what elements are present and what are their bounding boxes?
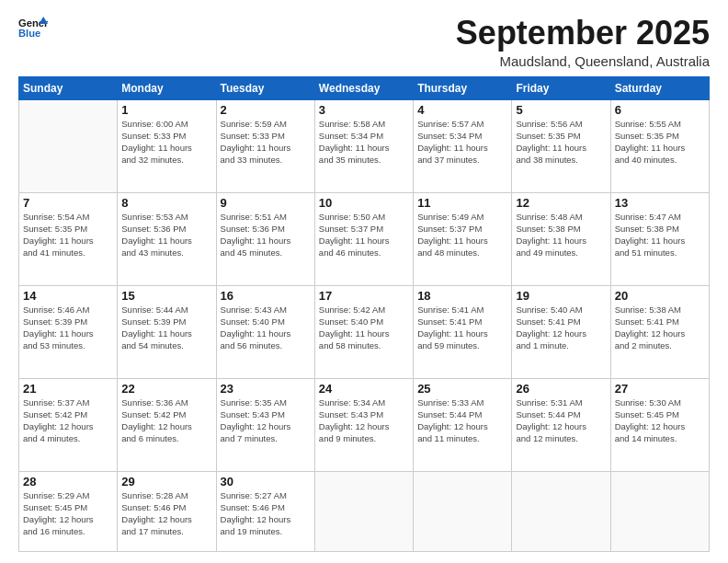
day-number: 24: [319, 382, 409, 396]
day-info: Sunrise: 5:46 AMSunset: 5:39 PMDaylight:…: [23, 304, 113, 352]
calendar-cell: 2Sunrise: 5:59 AMSunset: 5:33 PMDaylight…: [216, 99, 314, 192]
day-number: 6: [615, 103, 705, 117]
page: GeneralBlue September 2025 Maudsland, Qu…: [0, 0, 728, 563]
day-number: 10: [319, 196, 409, 210]
calendar-cell: 22Sunrise: 5:36 AMSunset: 5:42 PMDayligh…: [118, 378, 216, 471]
day-number: 4: [417, 103, 507, 117]
header: GeneralBlue September 2025 Maudsland, Qu…: [18, 15, 710, 69]
calendar-cell: 15Sunrise: 5:44 AMSunset: 5:39 PMDayligh…: [118, 285, 216, 378]
day-info: Sunrise: 5:27 AMSunset: 5:46 PMDaylight:…: [221, 489, 311, 538]
day-number: 16: [221, 289, 311, 303]
day-number: 8: [121, 196, 211, 210]
calendar-cell: 4Sunrise: 5:57 AMSunset: 5:34 PMDaylight…: [414, 99, 512, 192]
calendar-cell: 1Sunrise: 6:00 AMSunset: 5:33 PMDaylight…: [118, 99, 216, 192]
day-number: 11: [417, 196, 507, 210]
day-info: Sunrise: 5:54 AMSunset: 5:35 PMDaylight:…: [23, 211, 113, 259]
calendar-cell: 10Sunrise: 5:50 AMSunset: 5:37 PMDayligh…: [314, 192, 413, 285]
day-info: Sunrise: 5:51 AMSunset: 5:36 PMDaylight:…: [221, 211, 311, 259]
day-number: 29: [121, 475, 211, 488]
calendar-cell: 12Sunrise: 5:48 AMSunset: 5:38 PMDayligh…: [512, 192, 610, 285]
day-info: Sunrise: 6:00 AMSunset: 5:33 PMDaylight:…: [121, 118, 211, 167]
day-info: Sunrise: 5:36 AMSunset: 5:42 PMDaylight:…: [121, 396, 211, 445]
day-number: 12: [516, 196, 606, 210]
day-info: Sunrise: 5:31 AMSunset: 5:44 PMDaylight:…: [516, 396, 606, 445]
calendar-cell: 7Sunrise: 5:54 AMSunset: 5:35 PMDaylight…: [19, 192, 118, 285]
day-number: 1: [121, 103, 211, 117]
day-number: 5: [516, 103, 606, 117]
day-number: 27: [615, 382, 705, 396]
calendar-cell: [19, 99, 118, 192]
calendar-cell: 8Sunrise: 5:53 AMSunset: 5:36 PMDaylight…: [118, 192, 216, 285]
day-number: 3: [319, 103, 409, 117]
day-info: Sunrise: 5:47 AMSunset: 5:38 PMDaylight:…: [615, 211, 705, 259]
day-number: 7: [23, 196, 113, 210]
location: Maudsland, Queensland, Australia: [456, 53, 710, 69]
month-title: September 2025: [456, 15, 710, 52]
calendar-cell: 19Sunrise: 5:40 AMSunset: 5:41 PMDayligh…: [512, 285, 610, 378]
calendar-cell: 17Sunrise: 5:42 AMSunset: 5:40 PMDayligh…: [314, 285, 413, 378]
calendar-cell: 24Sunrise: 5:34 AMSunset: 5:43 PMDayligh…: [314, 378, 413, 471]
day-info: Sunrise: 5:57 AMSunset: 5:34 PMDaylight:…: [417, 118, 507, 167]
day-info: Sunrise: 5:34 AMSunset: 5:43 PMDaylight:…: [319, 396, 409, 445]
day-number: 19: [516, 289, 606, 303]
calendar-cell: 29Sunrise: 5:28 AMSunset: 5:46 PMDayligh…: [118, 471, 216, 551]
week-row-1: 1Sunrise: 6:00 AMSunset: 5:33 PMDaylight…: [19, 99, 710, 192]
day-info: Sunrise: 5:59 AMSunset: 5:33 PMDaylight:…: [221, 118, 311, 167]
calendar-cell: 30Sunrise: 5:27 AMSunset: 5:46 PMDayligh…: [216, 471, 314, 551]
day-info: Sunrise: 5:37 AMSunset: 5:42 PMDaylight:…: [23, 396, 113, 445]
calendar-cell: 23Sunrise: 5:35 AMSunset: 5:43 PMDayligh…: [216, 378, 314, 471]
col-header-monday: Monday: [118, 76, 216, 99]
calendar-cell: 9Sunrise: 5:51 AMSunset: 5:36 PMDaylight…: [216, 192, 314, 285]
day-info: Sunrise: 5:50 AMSunset: 5:37 PMDaylight:…: [319, 211, 409, 259]
day-info: Sunrise: 5:29 AMSunset: 5:45 PMDaylight:…: [23, 489, 113, 538]
day-info: Sunrise: 5:53 AMSunset: 5:36 PMDaylight:…: [121, 211, 211, 259]
day-number: 23: [221, 382, 311, 396]
col-header-saturday: Saturday: [610, 76, 709, 99]
calendar-cell: 27Sunrise: 5:30 AMSunset: 5:45 PMDayligh…: [610, 378, 709, 471]
calendar-cell: 3Sunrise: 5:58 AMSunset: 5:34 PMDaylight…: [314, 99, 413, 192]
day-info: Sunrise: 5:43 AMSunset: 5:40 PMDaylight:…: [221, 304, 311, 352]
day-number: 20: [615, 289, 705, 303]
calendar-cell: [610, 471, 709, 551]
day-number: 25: [417, 382, 507, 396]
calendar-cell: 26Sunrise: 5:31 AMSunset: 5:44 PMDayligh…: [512, 378, 610, 471]
calendar-cell: [314, 471, 413, 551]
day-info: Sunrise: 5:44 AMSunset: 5:39 PMDaylight:…: [121, 304, 211, 352]
day-number: 15: [121, 289, 211, 303]
logo-icon: GeneralBlue: [18, 15, 48, 40]
calendar-cell: 28Sunrise: 5:29 AMSunset: 5:45 PMDayligh…: [19, 471, 118, 551]
calendar-cell: 14Sunrise: 5:46 AMSunset: 5:39 PMDayligh…: [19, 285, 118, 378]
day-number: 18: [417, 289, 507, 303]
day-info: Sunrise: 5:28 AMSunset: 5:46 PMDaylight:…: [121, 489, 211, 538]
calendar-cell: 13Sunrise: 5:47 AMSunset: 5:38 PMDayligh…: [610, 192, 709, 285]
week-row-4: 21Sunrise: 5:37 AMSunset: 5:42 PMDayligh…: [19, 378, 710, 471]
calendar-cell: 11Sunrise: 5:49 AMSunset: 5:37 PMDayligh…: [414, 192, 512, 285]
day-info: Sunrise: 5:40 AMSunset: 5:41 PMDaylight:…: [516, 304, 606, 352]
logo: GeneralBlue: [18, 15, 48, 40]
calendar-cell: 25Sunrise: 5:33 AMSunset: 5:44 PMDayligh…: [414, 378, 512, 471]
day-info: Sunrise: 5:42 AMSunset: 5:40 PMDaylight:…: [319, 304, 409, 352]
day-info: Sunrise: 5:35 AMSunset: 5:43 PMDaylight:…: [221, 396, 311, 445]
col-header-friday: Friday: [512, 76, 610, 99]
calendar-cell: [512, 471, 610, 551]
calendar-cell: 5Sunrise: 5:56 AMSunset: 5:35 PMDaylight…: [512, 99, 610, 192]
day-number: 21: [23, 382, 113, 396]
day-info: Sunrise: 5:56 AMSunset: 5:35 PMDaylight:…: [516, 118, 606, 167]
title-block: September 2025 Maudsland, Queensland, Au…: [456, 15, 710, 69]
calendar-cell: 20Sunrise: 5:38 AMSunset: 5:41 PMDayligh…: [610, 285, 709, 378]
week-row-2: 7Sunrise: 5:54 AMSunset: 5:35 PMDaylight…: [19, 192, 710, 285]
day-info: Sunrise: 5:33 AMSunset: 5:44 PMDaylight:…: [417, 396, 507, 445]
day-info: Sunrise: 5:38 AMSunset: 5:41 PMDaylight:…: [615, 304, 705, 352]
col-header-wednesday: Wednesday: [314, 76, 413, 99]
day-info: Sunrise: 5:30 AMSunset: 5:45 PMDaylight:…: [615, 396, 705, 445]
calendar-cell: 16Sunrise: 5:43 AMSunset: 5:40 PMDayligh…: [216, 285, 314, 378]
day-number: 28: [23, 475, 113, 488]
day-info: Sunrise: 5:58 AMSunset: 5:34 PMDaylight:…: [319, 118, 409, 167]
day-number: 14: [23, 289, 113, 303]
calendar-cell: [414, 471, 512, 551]
day-info: Sunrise: 5:48 AMSunset: 5:38 PMDaylight:…: [516, 211, 606, 259]
day-number: 22: [121, 382, 211, 396]
col-header-thursday: Thursday: [414, 76, 512, 99]
day-number: 9: [221, 196, 311, 210]
header-row: SundayMondayTuesdayWednesdayThursdayFrid…: [19, 76, 710, 99]
